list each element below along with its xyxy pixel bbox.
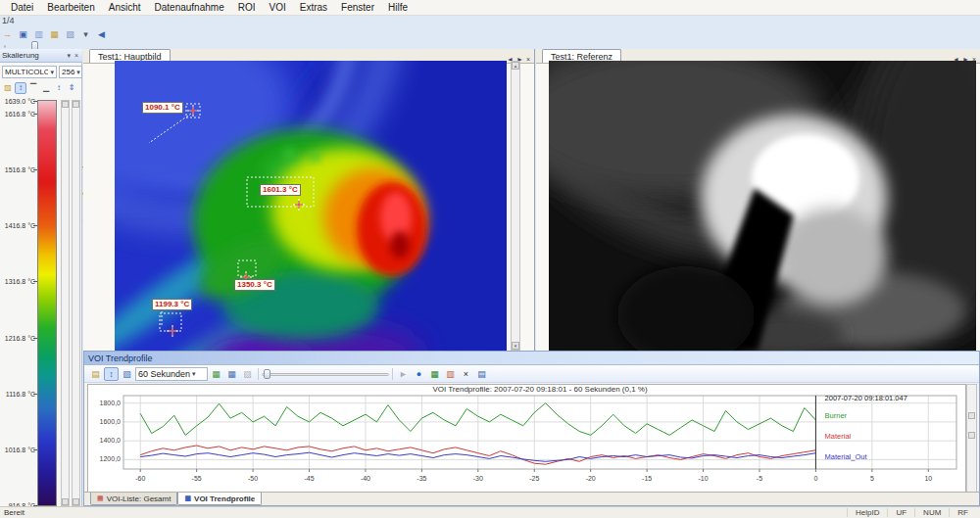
max-limit-icon[interactable]: ▔ <box>27 82 39 94</box>
voi-panel-title: VOI Trendprofile <box>88 353 153 363</box>
svg-text:-15: -15 <box>642 475 652 482</box>
chart-autoscale-icon[interactable]: ↕ <box>104 367 119 381</box>
status-uf: UF <box>887 508 914 517</box>
voi-bottom-tabs: ▦VOI-Liste: Gesamt▦VOI Trendprofile <box>84 492 979 505</box>
levels-combo[interactable]: 256 ▾ <box>59 66 82 78</box>
chart-scroll-down-icon[interactable] <box>968 432 975 439</box>
color-scale-bar[interactable] <box>37 100 57 506</box>
close-icon[interactable]: × <box>73 52 80 59</box>
excel-export-icon[interactable]: ▦ <box>427 367 442 381</box>
chart-vscrollbar[interactable] <box>966 384 977 493</box>
menu-bearbeiten[interactable]: Bearbeiten <box>40 1 101 14</box>
scale-tick <box>33 281 37 282</box>
trend-chart[interactable]: -60-55-50-45-40-35-30-25-20-15-10-505101… <box>87 384 966 493</box>
scale-min-up-icon[interactable] <box>73 101 79 108</box>
export-image-icon[interactable]: ▦ <box>47 27 62 41</box>
temperature-annotation[interactable]: 1090.1 °C <box>142 102 183 114</box>
export-trend-icon[interactable]: ▦ <box>209 367 223 381</box>
copy-image-icon[interactable]: ▥ <box>31 27 46 41</box>
save-icon[interactable]: ▣ <box>16 27 30 41</box>
svg-text:Material_Out: Material_Out <box>825 452 868 461</box>
range-forward-icon[interactable]: → <box>0 27 15 41</box>
slider-thumb[interactable] <box>264 369 270 379</box>
autoscale-icon[interactable]: ↕ <box>15 82 26 94</box>
toolbar-separator <box>258 368 259 380</box>
scaling-sidebar: Skalierung ▾ × MULTICOLOF ▾ 256 ▾ ▨↕▔▁↕⇕… <box>0 49 82 506</box>
scale-adjust-strip-min[interactable] <box>72 100 80 506</box>
temperature-annotation[interactable]: 1601.3 °C <box>260 184 301 196</box>
scale-value-label: 1616.8 °C <box>5 111 35 118</box>
voi-trend-panel: VOI Trendprofile ▤↕▧ 60 Sekunden ▾ ▦▦▨ ►… <box>83 351 980 506</box>
scale-tick <box>33 225 37 226</box>
voi-tab-voi-liste-gesamt[interactable]: ▦VOI-Liste: Gesamt <box>90 493 177 505</box>
delete-series-icon[interactable]: × <box>459 367 473 381</box>
status-helpid: HelpID <box>847 508 887 517</box>
chevron-down-icon: ▾ <box>50 69 54 76</box>
show-values-icon[interactable]: ● <box>412 367 426 381</box>
thermal-image[interactable]: 1090.1 °C1601.3 °C1350.3 °C1199.3 °C <box>115 61 507 351</box>
copy-chart-icon[interactable]: ▤ <box>88 367 103 381</box>
chart-settings-icon[interactable]: ▥ <box>443 367 458 381</box>
scroll-up-icon[interactable]: ▴ <box>512 62 519 70</box>
tab-label: Test1: Hauptbild <box>98 52 162 62</box>
pin-icon[interactable]: ▾ <box>65 52 73 60</box>
scale-min-down-icon[interactable] <box>73 498 79 505</box>
save-trend-icon[interactable]: ▨ <box>240 367 255 381</box>
scale-tick <box>33 169 37 170</box>
menu-extras[interactable]: Extras <box>293 1 334 14</box>
export-image-icon[interactable]: ▦ <box>224 367 239 381</box>
palette-combo[interactable]: MULTICOLOF ▾ <box>2 66 57 78</box>
reference-image[interactable] <box>549 61 976 351</box>
scale-value-label: 1416.8 °C <box>5 222 35 229</box>
svg-text:1800,0: 1800,0 <box>100 400 122 406</box>
trend-scroll-slider[interactable] <box>262 369 389 379</box>
audio-icon[interactable]: ◀ <box>94 27 109 41</box>
sidebar-title: Skalierung <box>2 51 39 60</box>
scale-tick <box>33 338 37 339</box>
svg-text:-25: -25 <box>529 475 539 482</box>
svg-text:-35: -35 <box>416 475 426 482</box>
application-window: DateiBearbeitenAnsichtDatenaufnahmeROIVO… <box>0 0 980 518</box>
scale-adjust-strip-max[interactable] <box>61 100 70 506</box>
menu-fenster[interactable]: Fenster <box>334 1 381 14</box>
more-file-options-icon[interactable]: ▾ <box>78 27 93 41</box>
tab-close-icon[interactable]: × <box>526 56 530 63</box>
scroll-down-icon[interactable]: ▾ <box>512 342 519 350</box>
scale-max-up-icon[interactable] <box>62 101 69 108</box>
svg-text:10: 10 <box>924 475 932 482</box>
scale-value-label: 1016.8 °C <box>5 447 35 453</box>
compress-scale-icon[interactable]: ⇕ <box>66 82 77 94</box>
chart-zoom-icon[interactable]: ▧ <box>120 367 134 381</box>
menu-datei[interactable]: Datei <box>4 1 40 14</box>
svg-text:-10: -10 <box>698 475 708 482</box>
scale-value-label: 1316.8 °C <box>5 278 35 285</box>
temperature-annotation[interactable]: 1199.3 °C <box>152 299 192 310</box>
menu-roi[interactable]: ROI <box>231 1 263 14</box>
svg-text:2007-07-20 09:18:01.047: 2007-07-20 09:18:01.047 <box>825 394 907 402</box>
scale-tick <box>33 101 37 102</box>
scale-tick <box>33 394 37 395</box>
menu-ansicht[interactable]: Ansicht <box>102 1 148 14</box>
expand-scale-icon[interactable]: ↕ <box>53 82 65 94</box>
print-chart-icon[interactable]: ▤ <box>474 367 489 381</box>
min-limit-icon[interactable]: ▁ <box>40 82 52 94</box>
main-image-vscrollbar[interactable]: ▴ ▾ <box>511 61 520 351</box>
slider-track <box>4 45 6 48</box>
svg-text:-60: -60 <box>135 475 145 482</box>
chart-scroll-up-icon[interactable] <box>968 412 975 419</box>
svg-text:Burner: Burner <box>825 411 848 420</box>
menu-voi[interactable]: VOI <box>262 1 292 14</box>
sidebar-title-bar: Skalierung ▾ × <box>0 49 82 63</box>
annotation-layer: 1090.1 °C1601.3 °C1350.3 °C1199.3 °C <box>115 61 507 351</box>
palette-value: MULTICOLOF <box>5 68 48 76</box>
temperature-annotation[interactable]: 1350.3 °C <box>234 279 275 291</box>
interval-combo[interactable]: 60 Sekunden ▾ <box>135 367 208 381</box>
scale-max-down-icon[interactable] <box>62 498 69 505</box>
palette-icon[interactable]: ▨ <box>2 82 14 94</box>
print-image-icon[interactable]: ▧ <box>63 27 77 41</box>
voi-tab-voi-trendprofile[interactable]: ▦VOI Trendprofile <box>177 493 262 505</box>
pointer-trend-icon[interactable]: ► <box>396 367 411 381</box>
menu-hilfe[interactable]: Hilfe <box>381 1 415 14</box>
svg-text:-40: -40 <box>361 475 370 482</box>
menu-datenaufnahme[interactable]: Datenaufnahme <box>148 1 231 14</box>
